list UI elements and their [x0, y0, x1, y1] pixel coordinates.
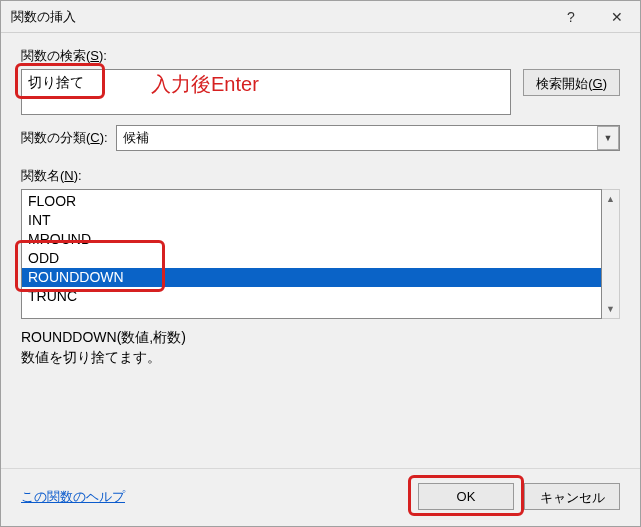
list-item[interactable]: ODD: [22, 249, 601, 268]
list-item[interactable]: INT: [22, 211, 601, 230]
function-signature: ROUNDDOWN(数値,桁数): [21, 329, 620, 347]
search-label: 関数の検索(S):: [21, 47, 620, 65]
category-select[interactable]: 候補: [116, 125, 620, 151]
search-input[interactable]: 切り捨て: [21, 69, 511, 115]
function-listbox[interactable]: FLOORINTMROUNDODDROUNDDOWNTRUNC: [21, 189, 602, 319]
help-button[interactable]: ?: [548, 1, 594, 32]
category-label: 関数の分類(C):: [21, 129, 108, 147]
dialog-content: 関数の検索(S): 切り捨て 入力後Enter 検索開始(G) 関数の分類(C)…: [1, 33, 640, 468]
search-start-button[interactable]: 検索開始(G): [523, 69, 620, 96]
cancel-button[interactable]: キャンセル: [524, 483, 620, 510]
list-item[interactable]: FLOOR: [22, 192, 601, 211]
function-description: 数値を切り捨てます。: [21, 349, 620, 367]
close-button[interactable]: ✕: [594, 1, 640, 32]
scroll-down-icon[interactable]: ▼: [602, 300, 619, 318]
chevron-down-icon[interactable]: ▼: [597, 126, 619, 150]
list-item[interactable]: ROUNDDOWN: [22, 268, 601, 287]
dialog-title: 関数の挿入: [11, 8, 548, 26]
titlebar: 関数の挿入 ? ✕: [1, 1, 640, 33]
ok-button[interactable]: OK: [418, 483, 514, 510]
scrollbar[interactable]: ▲ ▼: [602, 189, 620, 319]
insert-function-dialog: 関数の挿入 ? ✕ 関数の検索(S): 切り捨て 入力後Enter 検索開始(G…: [0, 0, 641, 527]
list-item[interactable]: MROUND: [22, 230, 601, 249]
dialog-footer: この関数のヘルプ OK キャンセル: [1, 468, 640, 526]
category-selected-value: 候補: [123, 129, 149, 147]
list-item[interactable]: TRUNC: [22, 287, 601, 306]
help-link[interactable]: この関数のヘルプ: [21, 488, 408, 506]
function-name-label: 関数名(N):: [21, 167, 620, 185]
scroll-up-icon[interactable]: ▲: [602, 190, 619, 208]
